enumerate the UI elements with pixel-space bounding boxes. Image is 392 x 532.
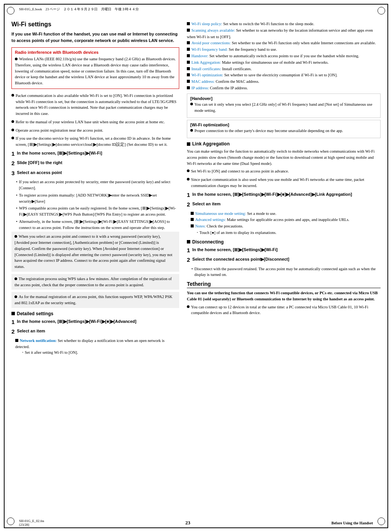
bullet-icon-3 [11,129,14,131]
detailed-square-icon [11,312,15,315]
bullet-icon-4 [11,137,14,139]
ri-square-8 [187,80,190,83]
wifi-opt-body-text: Proper connection to the other party's d… [194,128,343,134]
la-square-0 [191,212,194,215]
link-agg-bullet-icon-2 [187,178,190,181]
la-term-0: Simultaneous use mode setting: [195,211,246,216]
ri-square-0 [187,22,190,25]
bullet-text-3: Operate access point registration near t… [16,127,103,134]
link-agg-intro: You can make settings for the function t… [187,148,381,166]
step-num-1: 1 [11,150,14,158]
main-content: Wi-Fi settings If you use Wi-Fi function… [11,21,381,356]
link-agg-items: Simultaneous use mode setting: Set a mod… [187,211,381,236]
ri-square-9 [187,86,190,89]
link-agg-step-1: 1 In the home screen, [⊞]▶[Settings]▶[Wi… [187,191,381,199]
step-label-1: In the home screen, [⊞]▶[Settings]▶[Wi-F… [17,150,102,158]
link-agg-item-2: Notes: Check the precautions. [191,223,381,230]
link-agg-item-1: Advanced settings: Make settings for app… [191,217,381,223]
sub-dot-4: • [16,219,18,231]
disconnect-step-2: 2 Select the connected access point▶[Dis… [187,256,381,264]
note-text-3: As for the manual registration of an acc… [14,295,172,305]
ri-desc-0: Set when to switch the Wi-Fi function to… [223,22,314,26]
la-desc-0: Set a mode to use. [247,211,276,216]
ri-term-4: Handover: [191,54,208,58]
ri-term-9: IP address: [191,86,209,90]
bullet-text-1: Packet communication is also available w… [16,93,179,117]
step-1: 1 In the home screen, [⊞]▶[Settings]▶[Wi… [11,150,179,158]
item-square-icon [15,339,18,342]
disconnect-sub: • Disconnect with the password retained.… [187,266,381,278]
link-agg-bullet-text-1: Set Wi-Fi to [ON] and connect to an acce… [191,168,289,174]
bullet-icon-2 [11,120,14,123]
right-item-3: Wi-Fi frequency band: Set the frequency … [187,47,381,53]
step3-sub-1: • If you select an access point protecte… [11,179,179,191]
note-box-1: When you select an access point and conn… [11,232,179,272]
left-bullet-1: Packet communication is also available w… [11,93,179,117]
tethering-title: Tethering [187,281,381,288]
step3-sub-text-1: If you select an access point protected … [19,179,179,191]
header-bar: SH-01G_E.book 23 ページ ２０１４年９月２９日 月曜日 午後３時… [4,4,388,15]
la-term-1: Advanced settings: [195,218,226,222]
sub-dot-1: • [16,179,18,191]
warning-title: Radio interference with Bluetooth device… [15,50,176,55]
ri-desc-3: Set the frequency band to use. [229,47,277,52]
sub-dot-3: • [16,205,18,218]
footer-filename: SH-01G_E_02.fm [19,519,44,523]
la-square-1 [191,218,194,221]
footer-page-number: 23 [44,520,331,526]
footer-left: SH-01G_E_02.fm [23/28] [19,519,44,527]
ri-desc-8: Confirm the MAC address. [216,79,259,84]
wifi-opt-box: [Wi-Fi optimization] Proper connection t… [187,120,381,138]
la-desc-2: Check the precautions. [207,224,243,228]
disconnect-step-label-2: Select the connected access point▶[Disco… [192,256,289,264]
left-bullet-2: Refer to the manual of your wireless LAN… [11,119,179,125]
wifi-opt-title: [Wi-Fi optimization] [190,122,377,128]
left-column: Wi-Fi settings If you use Wi-Fi function… [11,21,179,356]
ri-desc-5: Make settings for simultaneous use of mo… [222,60,329,64]
detailed-step-num-1: 1 [11,318,14,326]
la-term-2: Notes: [195,224,206,228]
step-label-2: Slide [OFF] to the right [17,160,62,167]
step3-sub-2: • To register access points manually: [A… [11,192,179,205]
ri-term-5: Link Aggregation: [191,60,221,64]
tethering-bullet-text: You can connect up to 12 devices in tota… [191,304,381,316]
disconnect-step-num-1: 1 [187,247,190,254]
note-bullet-3 [14,295,17,298]
link-agg-step-num-2: 2 [187,201,190,208]
link-agg-bullet-icon-1 [187,169,190,172]
handover-bullet-icon [190,103,193,105]
link-agg-bullet-text-2: Since packet communication is also used … [191,177,381,189]
detailed-step-2: 2 Select an item [11,328,179,335]
bullet-text-2: Refer to the manual of your wireless LAN… [16,119,165,125]
link-agg-heading: Link Aggregation [187,141,381,147]
right-item-4: Handover: Set whether to automatically s… [187,53,381,60]
bullet-text-4: If you use the docomo service by using W… [16,135,179,148]
step3-sub-4: • Alternatively, in the home screen, [⊞]… [11,219,179,231]
detailed-section-heading: Detailed settings [11,311,179,316]
la-desc-1: Make settings for applicable access poin… [227,218,349,222]
step-num-2: 2 [11,160,14,167]
tethering-intro: You can use the tethering function that … [187,290,381,302]
tethering-section: Tethering You can use the tethering func… [187,281,381,316]
ri-term-7: Wi-Fi optimization: [191,73,223,77]
disconnecting-title: Disconnecting [192,239,224,245]
ri-term-6: Install certificates: [191,67,221,71]
link-agg-step-label-1: In the home screen, [⊞]▶[Settings]▶[Wi-F… [192,191,352,199]
left-bullet-4: If you use the docomo service by using W… [11,135,179,148]
note-box-2: The registration process using WPS takes… [11,274,179,290]
right-item-0: Wi-Fi sleep policy: Set when to switch t… [187,21,381,27]
handover-body: You can set it only when you select [2.4… [190,102,377,114]
disconnect-step-num-2: 2 [187,256,190,264]
link-agg-sub: ・Touch [●] of an item to display its exp… [191,230,381,236]
detailed-section-title: Detailed settings [17,311,53,316]
handover-body-text: You can set it only when you select [2.4… [194,102,377,114]
footer-bar: SH-01G_E_02.fm [23/28] 23 Before Using t… [4,517,388,528]
link-agg-item-0: Simultaneous use mode setting: Set a mod… [191,211,381,217]
ri-desc-6: Install certificates. [222,67,252,71]
disconnect-step-1: 1 In the home screen, [⊞]▶[Settings]▶[Wi… [187,247,381,254]
ri-square-2 [187,41,190,44]
detailed-step-label-2: Select an item [17,328,45,335]
footer-page-ref: [23/28] [19,523,44,527]
network-sub: ・Set it after setting Wi-Fi to [ON]. [15,350,179,356]
wifi-opt-bullet-icon [190,129,193,132]
